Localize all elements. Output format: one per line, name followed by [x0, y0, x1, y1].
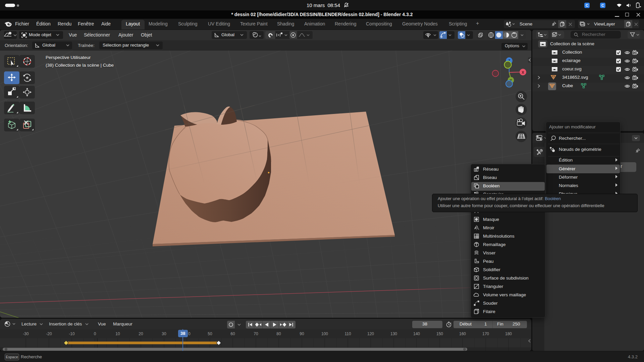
svg-text:50: 50 — [208, 331, 212, 336]
svg-text:60: 60 — [230, 331, 235, 336]
svg-text:100: 100 — [321, 331, 328, 336]
svg-text:130: 130 — [390, 331, 397, 336]
svg-text:30: 30 — [162, 331, 166, 336]
svg-text:80: 80 — [276, 331, 281, 336]
svg-text:170: 170 — [482, 331, 489, 336]
svg-text:X: X — [522, 70, 524, 74]
svg-text:90: 90 — [300, 331, 304, 336]
svg-text:150: 150 — [436, 331, 443, 336]
svg-text:180: 180 — [505, 331, 512, 336]
svg-text:120: 120 — [367, 331, 374, 336]
svg-text:0: 0 — [94, 331, 96, 336]
svg-text:-20: -20 — [46, 331, 52, 336]
svg-text:140: 140 — [413, 331, 420, 336]
svg-text:110: 110 — [344, 331, 351, 336]
svg-text:70: 70 — [254, 331, 258, 336]
svg-text:160: 160 — [459, 331, 466, 336]
svg-text:-30: -30 — [23, 331, 29, 336]
svg-text:10: 10 — [115, 331, 120, 336]
svg-text:20: 20 — [139, 331, 143, 336]
svg-text:-10: -10 — [69, 331, 75, 336]
svg-text:0: 0 — [188, 331, 191, 336]
